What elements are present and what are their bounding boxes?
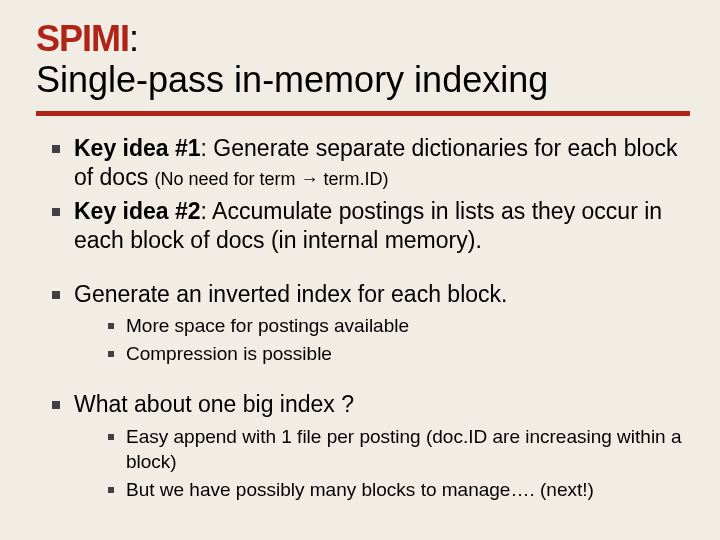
list-item: But we have possibly many blocks to mana… bbox=[108, 477, 690, 503]
title-line-1: SPIMI: bbox=[36, 18, 690, 59]
bullet-paren: (No need for term → term.ID) bbox=[155, 169, 389, 189]
list-item: Compression is possible bbox=[108, 341, 690, 367]
bullet-lead: Key idea #1 bbox=[74, 135, 201, 161]
horizontal-rule bbox=[36, 111, 690, 116]
sub-bullet-text: But we have possibly many blocks to mana… bbox=[126, 479, 594, 500]
slide: SPIMI: Single-pass in-memory indexing Ke… bbox=[0, 0, 720, 540]
title-acronym: SPIMI bbox=[36, 18, 129, 59]
bullet-lead: Key idea #2 bbox=[74, 198, 201, 224]
list-item: Key idea #2: Accumulate postings in list… bbox=[52, 197, 690, 256]
bullet-list: Key idea #1: Generate separate dictionar… bbox=[36, 134, 690, 503]
sub-bullet-text: More space for postings available bbox=[126, 315, 409, 336]
sub-bullet-list: More space for postings available Compre… bbox=[74, 313, 690, 366]
sub-bullet-text: Compression is possible bbox=[126, 343, 332, 364]
bullet-text: Generate an inverted index for each bloc… bbox=[74, 281, 507, 307]
title-colon: : bbox=[129, 18, 139, 59]
list-item: Key idea #1: Generate separate dictionar… bbox=[52, 134, 690, 193]
slide-title: SPIMI: Single-pass in-memory indexing bbox=[36, 18, 690, 101]
list-item: More space for postings available bbox=[108, 313, 690, 339]
list-item: Generate an inverted index for each bloc… bbox=[52, 280, 690, 367]
bullet-text: What about one big index ? bbox=[74, 391, 354, 417]
title-line-2: Single-pass in-memory indexing bbox=[36, 59, 690, 100]
sub-bullet-list: Easy append with 1 file per posting (doc… bbox=[74, 424, 690, 503]
sub-bullet-text: Easy append with 1 file per posting (doc… bbox=[126, 426, 682, 473]
list-item: What about one big index ? Easy append w… bbox=[52, 390, 690, 502]
list-item: Easy append with 1 file per posting (doc… bbox=[108, 424, 690, 475]
